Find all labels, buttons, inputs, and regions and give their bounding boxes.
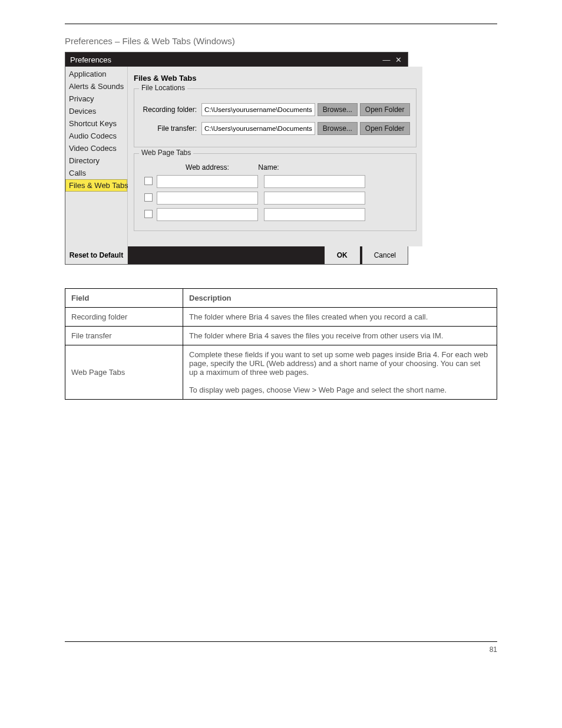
sidebar-item-shortcut-keys[interactable]: Shortcut Keys xyxy=(65,117,127,130)
preferences-sidebar: Application Alerts & Sounds Privacy Devi… xyxy=(65,67,128,246)
file-transfer-label: File transfer: xyxy=(140,124,199,133)
dialog-footer: Reset to Default OK Cancel xyxy=(65,246,408,264)
field-name: Recording folder xyxy=(65,308,183,327)
field-desc: Complete these fields if you want to set… xyxy=(183,345,497,400)
webtab-2-address-input[interactable] xyxy=(157,192,258,205)
sidebar-item-application[interactable]: Application xyxy=(65,68,127,80)
reset-to-default-button[interactable]: Reset to Default xyxy=(65,246,128,264)
webtab-3-name-input[interactable] xyxy=(264,208,365,221)
webtab-1-checkbox[interactable] xyxy=(144,177,153,185)
file-locations-group: File Locations Recording folder: C:\User… xyxy=(134,88,416,147)
titlebar: Preferences — ✕ xyxy=(65,52,408,67)
web-page-tabs-group: Web Page Tabs Web address: Name: xyxy=(134,153,416,231)
webtab-3-checkbox[interactable] xyxy=(144,210,153,218)
webtab-1-name-input[interactable] xyxy=(264,175,365,188)
minimize-icon[interactable]: — xyxy=(381,55,392,64)
transfer-browse-button[interactable]: Browse... xyxy=(318,122,358,135)
table-row: Web Page Tabs Complete these fields if y… xyxy=(65,345,497,400)
window-title: Preferences xyxy=(70,55,381,64)
sidebar-item-alerts-sounds[interactable]: Alerts & Sounds xyxy=(65,80,127,93)
transfer-open-folder-button[interactable]: Open Folder xyxy=(360,122,410,135)
close-icon[interactable]: ✕ xyxy=(392,55,404,64)
cancel-button[interactable]: Cancel xyxy=(362,246,408,264)
sidebar-item-video-codecs[interactable]: Video Codecs xyxy=(65,142,127,154)
field-name: File transfer xyxy=(65,327,183,345)
sidebar-item-audio-codecs[interactable]: Audio Codecs xyxy=(65,130,127,142)
field-name: Web Page Tabs xyxy=(65,345,183,400)
ok-button[interactable]: OK xyxy=(325,246,360,264)
recording-browse-button[interactable]: Browse... xyxy=(318,103,358,116)
recording-folder-label: Recording folder: xyxy=(140,106,199,114)
fields-description-table: Field Description Recording folder The f… xyxy=(65,288,497,400)
table-head-field: Field xyxy=(65,289,183,308)
preferences-content: Files & Web Tabs File Locations Recordin… xyxy=(128,67,422,246)
page-number: 81 xyxy=(65,645,497,654)
webtab-2-name-input[interactable] xyxy=(264,192,365,205)
sidebar-item-files-web-tabs[interactable]: Files & Web Tabs xyxy=(65,179,127,192)
web-address-header: Web address: xyxy=(157,163,258,172)
table-head-description: Description xyxy=(183,289,497,308)
panel-title: Files & Web Tabs xyxy=(134,74,416,83)
name-header: Name: xyxy=(258,163,279,172)
table-row: File transfer The folder where Bria 4 sa… xyxy=(65,327,497,345)
field-desc: The folder where Bria 4 saves the files … xyxy=(183,327,497,345)
sidebar-item-devices[interactable]: Devices xyxy=(65,105,127,117)
file-locations-title: File Locations xyxy=(139,84,187,92)
webtab-1-address-input[interactable] xyxy=(157,175,258,188)
sidebar-item-privacy[interactable]: Privacy xyxy=(65,93,127,105)
webtab-2-checkbox[interactable] xyxy=(144,193,153,202)
table-row: Recording folder The folder where Bria 4… xyxy=(65,308,497,327)
field-desc: The folder where Bria 4 saves the files … xyxy=(183,308,497,327)
webtab-3-address-input[interactable] xyxy=(157,208,258,221)
recording-folder-input[interactable]: C:\Users\yourusername\Documents xyxy=(201,103,315,116)
sidebar-item-calls[interactable]: Calls xyxy=(65,167,127,179)
recording-open-folder-button[interactable]: Open Folder xyxy=(360,103,410,116)
file-transfer-input[interactable]: C:\Users\yourusername\Documents xyxy=(201,122,315,135)
sidebar-item-directory[interactable]: Directory xyxy=(65,154,127,167)
preferences-dialog: Preferences — ✕ Application Alerts & Sou… xyxy=(65,52,408,265)
section-heading: Preferences – Files & Web Tabs (Windows) xyxy=(65,36,497,46)
web-page-tabs-title: Web Page Tabs xyxy=(139,149,193,157)
